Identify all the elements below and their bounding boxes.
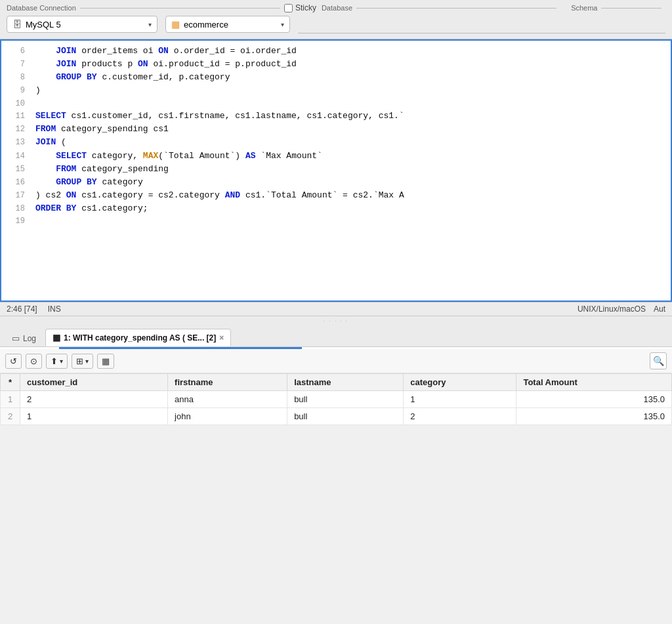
line-number: 14: [7, 150, 25, 163]
code-token: FROM: [35, 124, 56, 134]
stop-button[interactable]: ⊙: [26, 354, 42, 369]
search-button[interactable]: 🔍: [650, 352, 667, 369]
sticky-checkbox-group[interactable]: Sticky: [284, 3, 316, 12]
table-row[interactable]: 12annabull1135.0: [1, 391, 672, 408]
sticky-checkbox[interactable]: [284, 4, 293, 12]
line-ending: UNIX/Linux/macOS: [578, 304, 646, 314]
line-number: 15: [7, 163, 25, 176]
schema-input-area[interactable]: [298, 15, 665, 33]
grid-chevron: ▾: [85, 358, 89, 365]
cursor-position: 2:46 [74]: [7, 304, 37, 314]
export-button[interactable]: ⬆ ▾: [46, 354, 68, 369]
results-table: * customer_id firstname lastname categor…: [0, 373, 672, 425]
code-token: AS: [245, 151, 256, 161]
code-token: [35, 177, 56, 187]
cell-lastname: bull: [287, 391, 404, 408]
table-row[interactable]: 21johnbull2135.0: [1, 408, 672, 425]
code-line: 18ORDER BY cs1.category;: [1, 202, 671, 215]
status-bar: 2:46 [74] INS UNIX/Linux/macOS Aut: [0, 302, 672, 316]
table-header-row: * customer_id firstname lastname categor…: [1, 374, 672, 391]
db-connection-chevron: ▾: [148, 21, 152, 28]
code-content: GROUP BY c.customer_id, p.category: [35, 71, 230, 84]
db-connection-icon: 🗄: [12, 19, 22, 30]
tab-close-button[interactable]: ×: [219, 333, 224, 343]
code-token: GROUP BY: [56, 72, 96, 82]
line-number: 16: [7, 177, 25, 189]
code-token: ON: [66, 190, 77, 200]
top-toolbar: Database Connection Sticky Database Sche…: [0, 0, 672, 39]
row-number: 1: [1, 391, 20, 408]
line-number: 10: [7, 98, 25, 110]
db-connection-select[interactable]: 🗄 MySQL 5 ▾: [7, 16, 158, 33]
database-select[interactable]: ▦ ecommerce ▾: [165, 16, 290, 33]
code-line: 12FROM category_spending cs1: [1, 123, 671, 136]
cell-category: 1: [404, 391, 516, 408]
code-line: 13JOIN (: [1, 136, 671, 149]
grid-button[interactable]: ⊞ ▾: [72, 354, 93, 369]
results-tab-active[interactable]: ▦ 1: WITH category_spending AS ( SE... […: [45, 329, 231, 346]
code-content: FROM category_spending: [35, 163, 169, 176]
col-total-amount[interactable]: Total Amount: [516, 374, 672, 391]
col-firstname[interactable]: firstname: [168, 374, 287, 391]
code-token: category: [97, 177, 143, 187]
results-table-container: * customer_id firstname lastname categor…: [0, 373, 672, 425]
active-tab-label: 1: WITH category_spending AS ( SE... [2]: [64, 333, 216, 343]
code-line: 9): [1, 84, 671, 97]
line-number: 8: [7, 72, 25, 84]
code-token: cs1.customer_id, cs1.firstname, cs1.last…: [66, 111, 404, 121]
code-token: SELECT: [35, 111, 66, 121]
line-number: 17: [7, 190, 25, 202]
status-right: UNIX/Linux/macOS Aut: [578, 304, 665, 314]
code-line: 14 SELECT category, MAX(`Total Amount`) …: [1, 150, 671, 163]
cell-customer-id: 2: [20, 391, 168, 408]
code-content: JOIN (: [35, 136, 66, 149]
code-token: [35, 46, 56, 56]
line-number: 6: [7, 45, 25, 58]
results-panel: ▭ Log ▦ 1: WITH category_spending AS ( S…: [0, 326, 672, 425]
code-content: ) cs2 ON cs1.category = cs2.category AND…: [35, 189, 404, 202]
calculator-button[interactable]: ▦: [97, 354, 114, 369]
col-lastname[interactable]: lastname: [287, 374, 404, 391]
code-token: [35, 151, 56, 161]
code-token: category,: [87, 151, 143, 161]
code-token: category_spending: [76, 164, 168, 174]
code-token: (: [158, 151, 163, 161]
code-token: `Max Amount`: [261, 151, 322, 161]
database-label: Database: [322, 4, 352, 12]
cell-total-amount: 135.0: [516, 408, 672, 425]
line-number: 7: [7, 58, 25, 71]
code-token: [35, 59, 56, 69]
col-customer_id[interactable]: customer_id: [20, 374, 168, 391]
col-category[interactable]: category: [404, 374, 516, 391]
line-number: 19: [7, 215, 25, 228]
line-number: 9: [7, 85, 25, 97]
code-token: ON: [138, 59, 148, 69]
cell-lastname: bull: [287, 408, 404, 425]
code-content: SELECT category, MAX(`Total Amount`) AS …: [35, 150, 322, 163]
resize-handle[interactable]: · · · · ·: [0, 316, 672, 326]
code-content: GROUP BY category: [35, 176, 143, 189]
code-token: SELECT: [56, 151, 87, 161]
database-value: ecommerce: [184, 20, 228, 30]
code-editor[interactable]: 6 JOIN order_items oi ON o.order_id = oi…: [0, 39, 672, 302]
export-icon: ⬆: [51, 356, 58, 366]
code-token: ORDER BY: [35, 203, 76, 213]
db-connection-label: Database Connection: [7, 4, 76, 12]
line-number: 12: [7, 123, 25, 136]
line-number: 11: [7, 110, 25, 123]
code-content: JOIN products p ON oi.product_id = p.pro…: [35, 58, 297, 71]
database-icon: ▦: [171, 19, 180, 30]
log-tab[interactable]: ▭ Log: [5, 330, 43, 346]
encoding: Aut: [654, 304, 665, 314]
code-line: 17) cs2 ON cs1.category = cs2.category A…: [1, 189, 671, 202]
grid-icon: ⊞: [76, 356, 83, 366]
code-token: o.order_id = oi.order_id: [169, 46, 297, 56]
code-token: oi.product_id = p.product_id: [148, 59, 297, 69]
code-line: 16 GROUP BY category: [1, 176, 671, 189]
refresh-button[interactable]: ↺: [5, 354, 22, 369]
col-star[interactable]: *: [1, 374, 20, 391]
code-token: cs1.`Total Amount` = cs2.`Max A: [240, 190, 404, 200]
code-token: AND: [225, 190, 240, 200]
code-token: (: [56, 137, 66, 147]
code-token: MAX: [143, 151, 158, 161]
